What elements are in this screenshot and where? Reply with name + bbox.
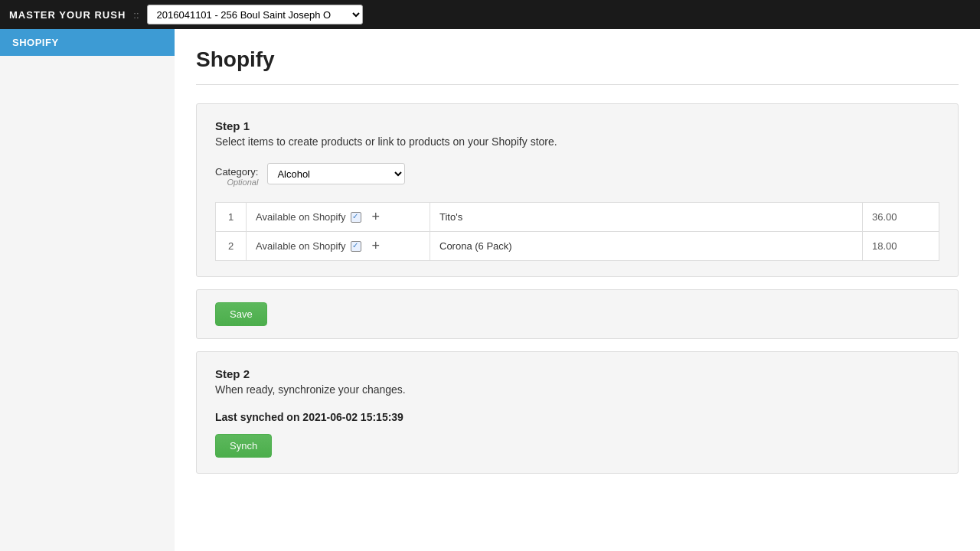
step1-subheading: Select items to create products or link … <box>215 135 939 148</box>
location-dropdown[interactable]: 2016041101 - 256 Boul Saint Joseph O <box>147 5 363 24</box>
available-cell: Available on Shopify + <box>247 203 430 232</box>
category-row: Category: Optional Alcohol <box>215 163 939 187</box>
save-button[interactable]: Save <box>215 302 267 326</box>
topbar-separator: :: <box>133 9 139 21</box>
step2-heading: Step 2 <box>215 367 939 380</box>
sidebar-item-shopify[interactable]: SHOPIFY <box>0 29 175 56</box>
check-icon[interactable] <box>351 241 361 252</box>
product-name: Corona (6 Pack) <box>430 232 863 261</box>
items-table: 1 Available on Shopify + Tito's 36.00 2 … <box>215 202 939 261</box>
available-label: Available on Shopify + <box>256 209 380 225</box>
category-optional: Optional <box>227 178 258 187</box>
sidebar: SHOPIFY <box>0 29 175 551</box>
row-num: 2 <box>216 232 247 261</box>
last-synched-label: Last synched on 2021-06-02 15:15:39 <box>215 411 939 423</box>
row-num: 1 <box>216 203 247 232</box>
available-label: Available on Shopify + <box>256 238 380 254</box>
add-button[interactable]: + <box>372 238 381 254</box>
synch-button[interactable]: Synch <box>215 434 272 458</box>
category-select[interactable]: Alcohol <box>267 163 405 184</box>
step2-section: Step 2 When ready, synchronize your chan… <box>196 351 959 474</box>
product-price: 36.00 <box>863 203 939 232</box>
product-name: Tito's <box>430 203 863 232</box>
page-title: Shopify <box>196 47 959 85</box>
available-cell: Available on Shopify + <box>247 232 430 261</box>
category-label-block: Category: Optional <box>215 163 258 187</box>
main-content: Shopify Step 1 Select items to create pr… <box>175 29 980 551</box>
step2-subheading: When ready, synchronize your changes. <box>215 383 939 396</box>
table-row: 2 Available on Shopify + Corona (6 Pack)… <box>216 232 939 261</box>
layout: SHOPIFY Shopify Step 1 Select items to c… <box>0 29 980 551</box>
step1-heading: Step 1 <box>215 119 939 132</box>
check-icon[interactable] <box>351 212 361 223</box>
table-row: 1 Available on Shopify + Tito's 36.00 <box>216 203 939 232</box>
topbar-title: MASTER YOUR RUSH <box>9 9 126 21</box>
product-price: 18.00 <box>863 232 939 261</box>
category-label: Category: <box>215 166 258 178</box>
save-section: Save <box>196 289 959 339</box>
topbar: MASTER YOUR RUSH :: 2016041101 - 256 Bou… <box>0 0 980 29</box>
step1-section: Step 1 Select items to create products o… <box>196 103 959 277</box>
add-button[interactable]: + <box>372 209 381 225</box>
